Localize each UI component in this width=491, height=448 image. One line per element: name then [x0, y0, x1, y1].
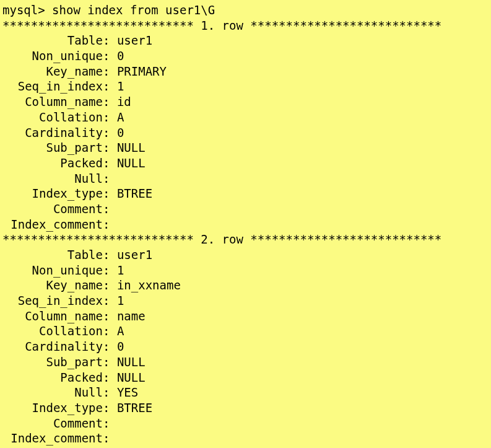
field-label: Null: [2, 385, 103, 400]
row-separator: *************************** 1. row *****…: [2, 18, 489, 33]
field-line: Comment:: [2, 416, 489, 431]
field-separator: :: [103, 217, 117, 232]
field-value: YES: [117, 385, 138, 400]
field-separator: :: [103, 431, 117, 446]
field-separator: :: [103, 64, 117, 79]
field-line: Null:: [2, 171, 489, 187]
field-value: A: [117, 323, 124, 339]
field-line: Index_comment:: [2, 431, 489, 446]
field-line: Packed: NULL: [2, 156, 489, 171]
field-separator: :: [103, 339, 117, 354]
field-separator: :: [103, 354, 117, 370]
field-separator: :: [103, 247, 117, 263]
field-label: Packed: [2, 156, 103, 171]
field-line: Key_name: PRIMARY: [2, 64, 489, 79]
field-separator: :: [103, 400, 117, 416]
mysql-terminal-output: mysql> show index from user1\G *********…: [2, 2, 489, 448]
field-label: Sub_part: [2, 140, 103, 156]
field-label: Comment: [2, 201, 103, 217]
field-separator: :: [103, 323, 117, 339]
field-separator: :: [103, 370, 117, 385]
field-value: in_xxname: [117, 278, 181, 293]
field-separator: :: [103, 156, 117, 171]
field-separator: :: [103, 125, 117, 141]
field-label: Packed: [2, 370, 103, 385]
field-label: Seq_in_index: [2, 79, 103, 94]
field-line: Sub_part: NULL: [2, 140, 489, 156]
field-separator: :: [103, 201, 117, 217]
field-value: NULL: [117, 140, 146, 156]
field-line: Non_unique: 0: [2, 48, 489, 64]
field-separator: :: [103, 293, 117, 309]
field-value: PRIMARY: [117, 64, 167, 79]
result-rows: *************************** 1. row *****…: [2, 18, 489, 446]
field-line: Index_comment:: [2, 217, 489, 232]
field-label: Comment: [2, 416, 103, 431]
field-label: Collation: [2, 323, 103, 339]
field-line: Seq_in_index: 1: [2, 293, 489, 309]
field-line: Packed: NULL: [2, 370, 489, 385]
field-label: Null: [2, 171, 103, 187]
field-label: Non_unique: [2, 263, 103, 278]
field-value: A: [117, 110, 124, 125]
field-line: Comment:: [2, 201, 489, 217]
field-separator: :: [103, 309, 117, 324]
field-value: NULL: [117, 156, 146, 171]
field-value: 1: [117, 79, 124, 94]
field-line: Column_name: name: [2, 309, 489, 324]
field-value: 1: [117, 293, 124, 309]
field-label: Column_name: [2, 309, 103, 324]
field-line: Non_unique: 1: [2, 263, 489, 278]
field-value: 0: [117, 48, 124, 64]
field-label: Seq_in_index: [2, 293, 103, 309]
field-value: BTREE: [117, 186, 152, 201]
field-line: Collation: A: [2, 110, 489, 125]
field-label: Collation: [2, 110, 103, 125]
field-separator: :: [103, 385, 117, 400]
field-line: Seq_in_index: 1: [2, 79, 489, 94]
field-value: name: [117, 309, 146, 324]
field-label: Non_unique: [2, 48, 103, 64]
field-line: Index_type: BTREE: [2, 186, 489, 201]
field-label: Index_comment: [2, 431, 103, 446]
field-line: Sub_part: NULL: [2, 354, 489, 370]
field-separator: :: [103, 416, 117, 431]
field-label: Key_name: [2, 64, 103, 79]
field-value: 1: [117, 263, 124, 278]
field-value: user1: [117, 33, 152, 48]
field-separator: :: [103, 110, 117, 125]
field-value: user1: [117, 247, 152, 263]
field-label: Sub_part: [2, 354, 103, 370]
field-separator: :: [103, 79, 117, 94]
field-label: Table: [2, 33, 103, 48]
field-separator: :: [103, 278, 117, 293]
field-line: Column_name: id: [2, 94, 489, 110]
field-line: Index_type: BTREE: [2, 400, 489, 416]
field-value: 0: [117, 339, 124, 354]
field-separator: :: [103, 48, 117, 64]
field-label: Index_type: [2, 186, 103, 201]
field-line: Cardinality: 0: [2, 339, 489, 354]
field-value: NULL: [117, 370, 146, 385]
field-label: Table: [2, 247, 103, 263]
field-line: Table: user1: [2, 33, 489, 48]
field-line: Cardinality: 0: [2, 125, 489, 141]
field-separator: :: [103, 186, 117, 201]
field-value: id: [117, 94, 131, 110]
field-separator: :: [103, 33, 117, 48]
mysql-prompt-line: mysql> show index from user1\G: [2, 2, 489, 18]
field-label: Index_type: [2, 400, 103, 416]
field-separator: :: [103, 140, 117, 156]
field-label: Column_name: [2, 94, 103, 110]
field-separator: :: [103, 263, 117, 278]
field-separator: :: [103, 94, 117, 110]
field-line: Key_name: in_xxname: [2, 278, 489, 293]
field-label: Index_comment: [2, 217, 103, 232]
field-line: Table: user1: [2, 247, 489, 263]
field-label: Key_name: [2, 278, 103, 293]
field-line: Null: YES: [2, 385, 489, 400]
field-separator: :: [103, 171, 117, 187]
field-value: 0: [117, 125, 124, 141]
field-line: Collation: A: [2, 323, 489, 339]
field-label: Cardinality: [2, 339, 103, 354]
